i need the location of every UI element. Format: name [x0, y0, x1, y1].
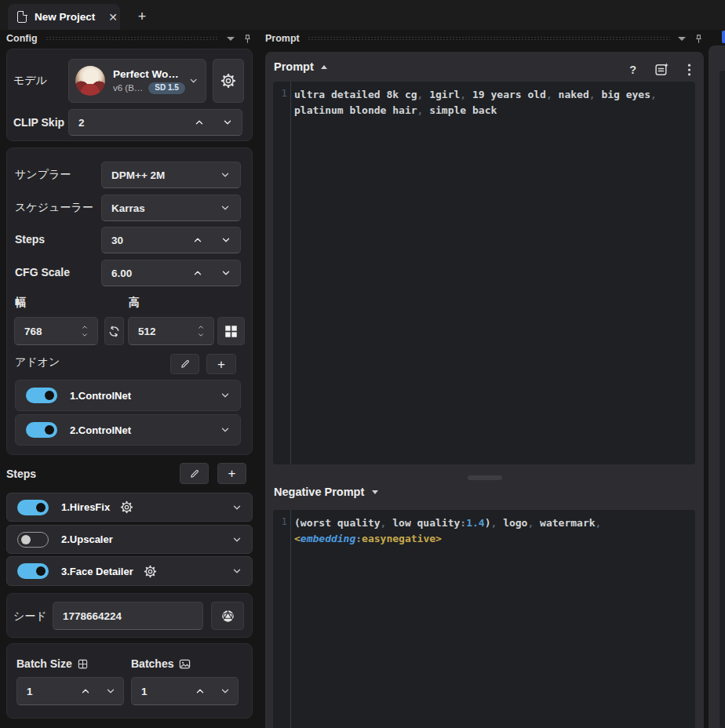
seed-value: 1778664224	[53, 610, 202, 622]
decrement-button[interactable]	[212, 228, 240, 253]
chevron-down-icon	[197, 332, 205, 338]
model-label: モデル	[13, 74, 47, 88]
dock-collapse-icon[interactable]	[678, 37, 686, 41]
clip-skip-numberbox[interactable]: 2	[68, 109, 242, 136]
aspect-ratio-button[interactable]	[217, 317, 245, 345]
increment-button[interactable]	[184, 228, 212, 253]
negative-prompt-editor[interactable]: 1 (worst quality, low quality:1.4), logo…	[273, 510, 695, 728]
decrement-button[interactable]	[213, 110, 242, 135]
scheduler-label: スケジューラー	[15, 201, 93, 215]
new-tab-button[interactable]: +	[129, 4, 155, 30]
step-label: 3.Face Detailer	[61, 566, 133, 577]
sampler-value: DPM++ 2M	[102, 169, 220, 181]
chevron-up-icon	[197, 324, 205, 330]
pin-icon[interactable]	[694, 34, 704, 44]
dice-icon	[221, 610, 235, 623]
batch-size-value: 1	[17, 686, 73, 697]
collapse-up-icon	[321, 65, 327, 69]
prompt-section-header[interactable]: Prompt	[274, 60, 327, 73]
chevron-down-icon[interactable]	[232, 503, 242, 512]
toggle-switch[interactable]	[26, 388, 57, 403]
steps-value: 30	[102, 235, 184, 246]
dock-leader	[46, 36, 219, 41]
tab-title: New Project	[35, 11, 95, 23]
add-addon-button[interactable]: +	[206, 354, 236, 374]
increment-button[interactable]	[73, 678, 98, 704]
batch-size-numberbox[interactable]: 1	[16, 677, 124, 705]
sampler-card: サンプラー DPM++ 2M スケジューラー Karras Steps 30 C…	[6, 147, 253, 455]
batch-size-label: Batch Size	[16, 657, 88, 670]
spinner-buttons[interactable]	[81, 324, 89, 338]
width-numberbox[interactable]: 768	[14, 317, 98, 345]
scheduler-select[interactable]: Karras	[101, 195, 241, 221]
negative-prompt-text[interactable]: (worst quality, low quality:1.4), logo, …	[294, 515, 686, 546]
image-icon	[179, 658, 191, 670]
help-button[interactable]: ?	[629, 64, 636, 76]
steps-label: Steps	[15, 233, 45, 246]
decrement-button[interactable]	[98, 678, 123, 704]
gear-icon[interactable]	[120, 500, 133, 514]
negative-prompt-header[interactable]: Negative Prompt	[274, 486, 378, 498]
swap-icon	[108, 326, 120, 337]
height-numberbox[interactable]: 512	[128, 317, 214, 345]
steps-numberbox[interactable]: 30	[101, 227, 241, 253]
prompt-dock-header: Prompt	[265, 32, 704, 45]
chevron-down-icon	[220, 203, 230, 213]
gear-icon[interactable]	[144, 565, 157, 578]
edge-accent	[722, 31, 725, 43]
increment-button[interactable]	[188, 678, 213, 704]
pin-icon[interactable]	[242, 34, 253, 44]
add-step-button[interactable]: +	[217, 463, 246, 484]
seed-input[interactable]: 1778664224	[53, 602, 203, 630]
cfg-scale-numberbox[interactable]: 6.00	[101, 260, 241, 286]
adjacent-panel-content	[720, 71, 725, 728]
steps-section-label: Steps	[6, 468, 36, 480]
batches-numberbox[interactable]: 1	[131, 677, 239, 705]
width-label: 幅	[15, 296, 26, 310]
import-prompt-icon[interactable]	[654, 62, 669, 77]
prompt-editor[interactable]: 1 ultra detailed 8k cg, 1girl, 19 years …	[273, 82, 695, 464]
spinner-buttons[interactable]	[197, 324, 205, 338]
randomize-seed-button[interactable]	[211, 602, 244, 630]
toggle-switch[interactable]	[17, 532, 49, 548]
increment-button[interactable]	[185, 110, 213, 135]
edit-steps-button[interactable]	[180, 463, 209, 484]
decrement-button[interactable]	[213, 678, 238, 704]
chevron-down-icon[interactable]	[232, 535, 242, 544]
addon-controlnet-2[interactable]: 2.ControlNet	[15, 414, 241, 446]
chevron-down-icon[interactable]	[232, 566, 242, 576]
model-select[interactable]: Perfect Wo… v6 (B… SD 1.5	[68, 59, 206, 103]
prompt-dock-title: Prompt	[265, 33, 300, 44]
batches-value: 1	[132, 686, 188, 697]
increment-button[interactable]	[184, 260, 212, 286]
addon-controlnet-1[interactable]: 1.ControlNet	[15, 380, 241, 411]
model-settings-button[interactable]	[213, 59, 244, 103]
splitter-handle[interactable]	[468, 475, 502, 480]
chevron-down-icon[interactable]	[220, 425, 230, 435]
pencil-icon	[189, 468, 200, 479]
tab-new-project[interactable]: New Project ✕	[8, 4, 120, 30]
addons-label: アドオン	[15, 355, 60, 369]
dock-collapse-icon[interactable]	[227, 37, 235, 41]
toggle-switch[interactable]	[17, 500, 49, 515]
chevron-down-icon[interactable]	[220, 391, 230, 400]
toggle-switch[interactable]	[26, 422, 57, 438]
toggle-switch[interactable]	[17, 563, 49, 579]
edit-addons-button[interactable]	[170, 354, 199, 374]
step-hiresfix[interactable]: 1.HiresFix	[6, 493, 253, 522]
pencil-icon	[180, 359, 191, 369]
model-name: Perfect Wo…	[113, 68, 181, 80]
model-badge: SD 1.5	[148, 82, 185, 94]
step-face-detailer[interactable]: 3.Face Detailer	[6, 556, 253, 586]
width-value: 768	[15, 326, 81, 337]
swap-dimensions-button[interactable]	[104, 317, 124, 345]
batch-card: Batch Size Batches 1 1	[6, 643, 253, 719]
decrement-button[interactable]	[212, 260, 240, 286]
tab-bar: New Project ✕ +	[0, 0, 725, 30]
prompt-text[interactable]: ultra detailed 8k cg, 1girl, 19 years ol…	[294, 87, 686, 118]
sampler-select[interactable]: DPM++ 2M	[101, 162, 241, 188]
config-dock-title: Config	[6, 33, 38, 44]
step-upscaler[interactable]: 2.Upscaler	[6, 525, 253, 554]
more-options-icon[interactable]	[687, 64, 691, 76]
tab-close-icon[interactable]: ✕	[108, 12, 118, 23]
